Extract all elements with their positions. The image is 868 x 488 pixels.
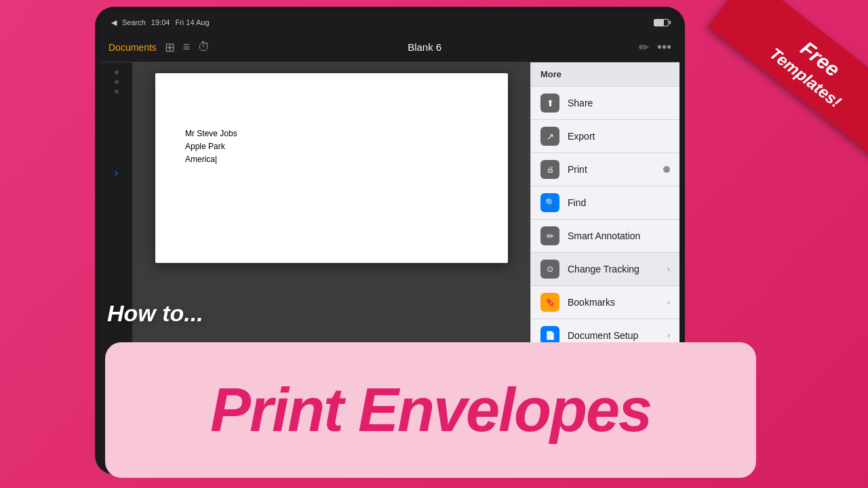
- document-title: Blank 6: [221, 41, 628, 53]
- sidebar-dot-2: [115, 80, 119, 84]
- pen-icon[interactable]: ✏: [639, 40, 649, 55]
- how-to-text: How to...: [107, 300, 203, 327]
- view-toggle-icon[interactable]: ⊞: [165, 40, 175, 55]
- toolbar: Documents ⊞ ≡ ⏱ Blank 6 ✏ •••: [100, 33, 679, 62]
- document-setup-label: Document Setup: [568, 330, 659, 341]
- print-label: Print: [568, 164, 655, 175]
- export-icon: ↗: [540, 127, 559, 146]
- toolbar-left: Documents ⊞ ≡ ⏱: [108, 40, 210, 55]
- status-date: Fri 14 Aug: [175, 18, 209, 26]
- address-line-1: Mr Steve Jobs: [185, 127, 237, 140]
- free-templates-ribbon: Free Templates!: [708, 0, 868, 160]
- sidebar-dot-3: [115, 89, 119, 94]
- documents-button[interactable]: Documents: [108, 42, 157, 53]
- bookmarks-label: Bookmarks: [568, 297, 659, 308]
- bookmarks-chevron: ›: [667, 298, 670, 307]
- print-icon: 🖨: [540, 160, 559, 179]
- share-icon: ⬆: [540, 94, 559, 113]
- text-cursor: [216, 156, 216, 164]
- address-line-3: America: [185, 153, 237, 166]
- menu-item-change-tracking[interactable]: ⊙ Change Tracking ›: [531, 253, 679, 286]
- document-setup-chevron: ›: [667, 331, 670, 340]
- status-bar: ◀ Search 19:04 Fri 14 Aug: [100, 12, 679, 33]
- sidebar-dot-1: [115, 70, 119, 75]
- change-tracking-chevron: ›: [667, 264, 670, 274]
- menu-item-bookmarks[interactable]: 🔖 Bookmarks ›: [531, 286, 679, 319]
- back-arrow-icon: ◀: [111, 18, 117, 27]
- address-line-2: Apple Park: [185, 140, 237, 153]
- list-view-icon[interactable]: ≡: [183, 40, 191, 54]
- change-tracking-icon: ⊙: [540, 260, 559, 279]
- document-page: Mr Steve Jobs Apple Park America: [155, 73, 508, 263]
- status-bar-left: ◀ Search 19:04 Fri 14 Aug: [111, 18, 210, 27]
- smart-annotation-label: Smart Annotation: [568, 230, 670, 241]
- smart-annotation-icon: ✏: [540, 226, 559, 245]
- menu-item-smart-annotation[interactable]: ✏ Smart Annotation: [531, 220, 679, 253]
- status-time: 19:04: [151, 18, 170, 26]
- ribbon-container: Free Templates!: [651, 0, 868, 203]
- bookmarks-icon: 🔖: [540, 293, 559, 312]
- recents-icon[interactable]: ⏱: [198, 40, 210, 54]
- sidebar-expand-icon[interactable]: ›: [115, 167, 118, 179]
- search-label[interactable]: Search: [122, 18, 146, 26]
- find-icon: 🔍: [540, 193, 559, 212]
- print-envelopes-banner: Print Envelopes: [105, 342, 756, 478]
- print-envelopes-text: Print Envelopes: [210, 375, 651, 445]
- document-text: Mr Steve Jobs Apple Park America: [185, 127, 237, 167]
- change-tracking-label: Change Tracking: [568, 264, 659, 274]
